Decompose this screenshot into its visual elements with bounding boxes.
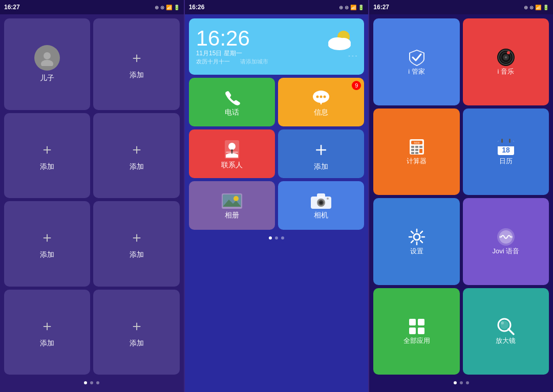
- status-icons-1: ⊕ ⊛ 📶 🔋: [155, 5, 180, 10]
- app-tile-add[interactable]: ＋ 添加: [278, 129, 364, 178]
- calculator-label: 计算器: [407, 157, 427, 166]
- manager-label: i 管家: [408, 67, 425, 76]
- app-tile-phone[interactable]: 电话: [189, 78, 275, 126]
- contacts-panel-content: 儿子 ＋ 添加 ＋ 添加 ＋ 添加 ＋ 添加 ＋ 添加: [0, 14, 184, 392]
- svg-text:5000: 5000: [414, 141, 419, 144]
- photos-icon: [221, 191, 243, 211]
- status-bar-2: 16:26 ⊕ ⊛ 📶 🔋: [185, 0, 369, 14]
- calendar-icon: 18: [496, 137, 516, 157]
- svg-point-30: [507, 51, 510, 54]
- plus-icon-1: ＋: [130, 48, 144, 68]
- dot-active-3: [454, 381, 457, 384]
- app-tile-jovi[interactable]: Jovi 语音: [463, 198, 549, 285]
- camera-label: 相机: [314, 211, 328, 220]
- dot-3: [275, 236, 278, 239]
- camera-icon: [310, 191, 332, 211]
- svg-rect-64: [418, 328, 424, 334]
- status-bar-1: 16:27 ⊕ ⊛ 📶 🔋: [0, 0, 184, 14]
- dot-indicator-1: [4, 378, 180, 388]
- clock-section: 16:26 11月15日 星期一 农历十月十一 请添加城市: [196, 28, 268, 66]
- music-label: i 音乐: [498, 67, 515, 76]
- app-tile-settings[interactable]: 设置: [373, 198, 459, 285]
- dot-2: [96, 381, 99, 384]
- svg-point-17: [233, 196, 239, 201]
- plus-icon-7: ＋: [130, 316, 144, 336]
- status-time-2: 16:26: [189, 4, 205, 11]
- status-icons-2: ⊕ ⊛ 📶 🔋: [339, 5, 364, 10]
- app-tile-magnifier[interactable]: 放大镜: [463, 288, 549, 375]
- clock-display: 16:26: [196, 28, 268, 49]
- add-label-6: 添加: [40, 339, 54, 348]
- apps-grid: i 管家 i 音乐: [373, 18, 549, 375]
- status-time-3: 16:27: [373, 4, 389, 11]
- panel-contacts: 16:27 ⊕ ⊛ 📶 🔋 儿子 ＋ 添加: [0, 0, 185, 392]
- app-tile-photos[interactable]: 相册: [189, 181, 275, 230]
- add-tile-6[interactable]: ＋ 添加: [4, 290, 90, 375]
- dot-6: [466, 381, 469, 384]
- svg-marker-7: [319, 101, 323, 105]
- add-label-7: 添加: [130, 339, 144, 348]
- svg-rect-63: [409, 328, 416, 334]
- add-label-4: 添加: [40, 250, 54, 259]
- plus-icon-5: ＋: [130, 228, 144, 247]
- add-tile-3[interactable]: ＋ 添加: [93, 113, 179, 199]
- add-label: 添加: [314, 162, 328, 171]
- svg-rect-40: [415, 152, 418, 154]
- phone-icon: [222, 88, 242, 108]
- svg-point-68: [501, 321, 504, 324]
- weather-icon: [324, 28, 357, 52]
- weather-right: - - -: [324, 28, 357, 58]
- contacts-icon: [221, 138, 243, 161]
- panel-home: 16:26 ⊕ ⊛ 📶 🔋 16:26 11月15日 星期一 农历十月十一 请添…: [185, 0, 370, 392]
- app-tile-message[interactable]: 9 信息: [278, 78, 364, 126]
- svg-rect-36: [411, 149, 414, 151]
- message-label: 信息: [314, 108, 328, 117]
- dot-1: [90, 381, 93, 384]
- svg-point-10: [324, 95, 326, 98]
- contact-label-son: 儿子: [40, 74, 54, 83]
- status-icons-3: ⊕ ⊛ 📶 🔋: [524, 5, 549, 10]
- add-label-1: 添加: [130, 71, 144, 80]
- message-icon: [311, 88, 331, 108]
- app-tile-camera[interactable]: 相机: [278, 181, 364, 230]
- status-time-1: 16:27: [4, 4, 20, 11]
- message-badge: 9: [352, 81, 361, 90]
- lunar-row: 农历十月十一 请添加城市: [196, 58, 268, 66]
- app-tile-contacts[interactable]: 联系人: [189, 129, 275, 178]
- app-tile-calculator[interactable]: 5000 计算器: [373, 108, 459, 195]
- svg-point-12: [228, 143, 236, 150]
- svg-point-24: [327, 198, 329, 200]
- music-icon: [496, 48, 516, 67]
- app-tile-all-apps[interactable]: 全部应用: [373, 288, 459, 375]
- magnifier-icon: [496, 317, 516, 336]
- svg-rect-39: [411, 152, 414, 154]
- add-tile-1[interactable]: ＋ 添加: [93, 18, 179, 110]
- svg-rect-46: [509, 139, 511, 143]
- app-row-2: 联系人 ＋ 添加: [189, 129, 365, 178]
- app-tile-calendar[interactable]: 18 日历: [463, 108, 549, 195]
- svg-point-0: [44, 52, 51, 59]
- app-row-3: 相册 相机: [189, 181, 365, 230]
- settings-label: 设置: [410, 247, 423, 256]
- add-tile-7[interactable]: ＋ 添加: [93, 290, 179, 375]
- contacts-label: 联系人: [221, 161, 243, 170]
- contact-tile-son[interactable]: 儿子: [4, 18, 90, 110]
- svg-point-23: [320, 201, 323, 204]
- add-tile-2[interactable]: ＋ 添加: [4, 113, 90, 199]
- app-tile-manager[interactable]: i 管家: [373, 18, 459, 105]
- dot-4: [281, 236, 284, 239]
- date-text: 11月15日 星期一: [196, 49, 242, 58]
- all-apps-label: 全部应用: [403, 336, 430, 345]
- add-tile-4[interactable]: ＋ 添加: [4, 201, 90, 287]
- svg-rect-38: [419, 149, 422, 153]
- add-plus-icon: ＋: [311, 136, 331, 162]
- svg-point-59: [499, 236, 501, 238]
- plus-icon-3: ＋: [130, 140, 144, 159]
- svg-rect-20: [317, 193, 325, 198]
- app-tile-music[interactable]: i 音乐: [463, 18, 549, 105]
- add-tile-5[interactable]: ＋ 添加: [93, 201, 179, 287]
- add-label-3: 添加: [130, 162, 144, 171]
- svg-point-8: [316, 95, 319, 98]
- weather-dash: - - -: [348, 52, 357, 58]
- svg-rect-33: [411, 146, 414, 148]
